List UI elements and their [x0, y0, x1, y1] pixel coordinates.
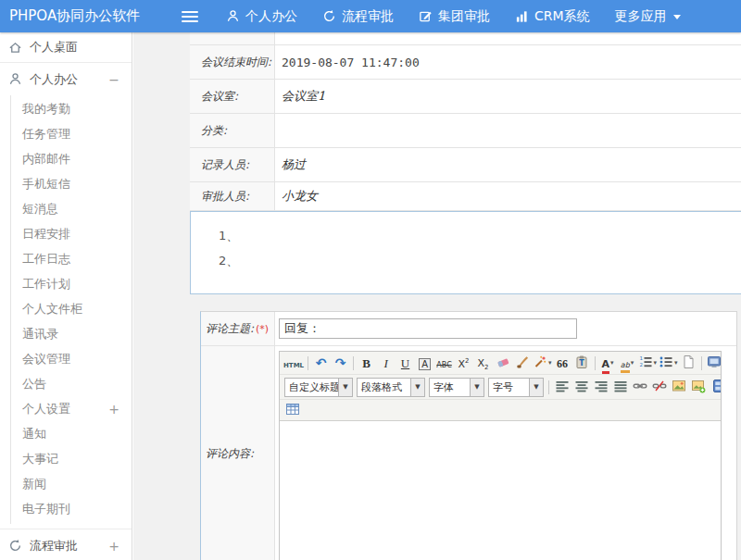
sidebar-item[interactable]: 任务管理 [11, 121, 132, 146]
underline-icon: U [401, 355, 409, 370]
sidebar-item[interactable]: 日程安排 [11, 221, 132, 246]
underline-button[interactable]: U [396, 354, 414, 372]
unlink-button[interactable] [650, 378, 668, 396]
sidebar-item[interactable]: 短消息 [11, 196, 132, 221]
sidebar: 个人桌面个人办公−我的考勤任务管理内部邮件手机短信短消息日程安排工作日志工作计划… [0, 32, 132, 560]
dropdown-arrow-icon: ▼ [410, 379, 424, 396]
sidebar-item-label: 短消息 [22, 201, 58, 218]
undo-button[interactable]: ↶ [312, 354, 330, 372]
paragraph-format-select[interactable]: 段落格式▼ [357, 378, 425, 397]
font-family-select[interactable]: 字体▼ [429, 378, 484, 397]
topbar-menu: 个人办公流程审批集团审批CRM系统更多应用 [226, 8, 682, 25]
toggle-expand-icon[interactable]: + [108, 540, 119, 553]
sidebar-item-workflow-approval[interactable]: 流程审批+ [0, 529, 132, 560]
sidebar-item-label: 内部邮件 [22, 151, 70, 168]
menu-item-crm-system[interactable]: CRM系统 [515, 8, 590, 25]
sidebar-item[interactable]: 手机短信 [11, 171, 132, 196]
align-right-button[interactable] [592, 378, 609, 396]
image-button[interactable] [670, 378, 687, 396]
select-value: 自定义标题 [285, 380, 338, 394]
chart-icon [515, 9, 529, 23]
bold-button[interactable]: B [358, 354, 375, 372]
font-color-button[interactable]: A▾ [599, 354, 617, 372]
sidebar-item[interactable]: 内部邮件 [11, 146, 132, 171]
sidebar-item-label: 流程审批 [30, 538, 78, 554]
highlight-icon: ab [621, 355, 630, 370]
sidebar-item[interactable]: 大事记 [11, 446, 132, 471]
sidebar-item[interactable]: 工作日志 [11, 246, 132, 271]
sidebar-item-label: 个人桌面 [30, 39, 78, 56]
sidebar-item[interactable]: 通知 [11, 421, 132, 446]
toolbar-separator [701, 356, 702, 370]
svg-text:T: T [579, 359, 584, 367]
paste-text-button[interactable]: T [573, 354, 591, 372]
sidebar-item[interactable]: 个人设置+ [11, 396, 132, 421]
menu-item-label: 个人办公 [245, 8, 297, 25]
sidebar-item-label: 电子期刊 [22, 501, 70, 517]
comment-content-row: 评论内容: HTML↶↷BIUAABCX2X2▾66TA▾ab▾12▾▾ 自定义… [201, 346, 736, 560]
unlink-icon [652, 379, 667, 396]
form-row-recorder: 记录人员:杨过 [190, 148, 741, 182]
svg-text:1: 1 [639, 355, 643, 361]
eraser-button[interactable] [494, 354, 511, 372]
link-button[interactable] [631, 378, 648, 396]
toggle-collapse-icon[interactable]: − [108, 73, 119, 86]
sidebar-item[interactable]: 通讯录 [11, 321, 132, 346]
sidebar-item-personal-office[interactable]: 个人办公− [0, 63, 132, 95]
sidebar-item-desktop[interactable]: 个人桌面 [0, 32, 132, 63]
fullscreen-button[interactable] [706, 354, 721, 372]
italic-icon: I [383, 355, 387, 370]
justify-button[interactable] [611, 378, 629, 396]
source-icon: HTML [283, 355, 304, 370]
sidebar-item[interactable]: 公告 [11, 371, 132, 396]
toggle-expand-icon[interactable]: + [108, 403, 119, 416]
blockquote-button[interactable]: 66 [554, 354, 571, 372]
superscript-button[interactable]: X2 [455, 354, 472, 372]
strikethrough-button[interactable]: ABC [435, 354, 453, 372]
editor-content-area[interactable] [280, 421, 721, 560]
align-left-icon [555, 379, 570, 396]
form-label [190, 32, 275, 44]
sidebar-item[interactable]: 电子期刊 [11, 496, 132, 521]
sidebar-item[interactable]: 新闻 [11, 471, 132, 496]
media-button[interactable] [709, 378, 721, 396]
flash-button[interactable] [689, 378, 707, 396]
menu-item-more-apps[interactable]: 更多应用 [615, 8, 682, 25]
redo-button[interactable]: ↷ [332, 354, 349, 372]
comment-content-cell: HTML↶↷BIUAABCX2X2▾66TA▾ab▾12▾▾ 自定义标题▼段落格… [275, 346, 736, 560]
subscript-button[interactable]: X2 [474, 354, 492, 372]
source-button[interactable]: HTML [283, 354, 304, 372]
italic-button[interactable]: I [377, 354, 395, 372]
menu-item-label: 流程审批 [342, 8, 394, 25]
ordered-list-button[interactable]: 12▾ [638, 354, 658, 372]
menu-item-personal-office[interactable]: 个人办公 [226, 8, 297, 25]
sidebar-item[interactable]: 我的考勤 [11, 96, 132, 121]
menu-item-workflow-approval[interactable]: 流程审批 [322, 8, 394, 25]
comment-subject-input[interactable] [279, 318, 577, 339]
new-page-button[interactable] [680, 354, 697, 372]
meeting-minutes-box: 1、2、 [190, 211, 741, 294]
table-button[interactable] [283, 401, 301, 419]
align-left-button[interactable] [553, 378, 571, 396]
unordered-list-button[interactable]: ▾ [659, 354, 678, 372]
remove-format-button[interactable]: A [416, 354, 433, 372]
sidebar-item[interactable]: 工作计划 [11, 271, 132, 296]
dropdown-arrow-icon: ▼ [529, 379, 543, 396]
menu-item-group-approval[interactable]: 集团审批 [419, 8, 490, 25]
heading-select[interactable]: 自定义标题▼ [284, 378, 353, 397]
format-brush-button[interactable] [513, 354, 531, 372]
sidebar-item[interactable]: 个人文件柜 [11, 296, 132, 321]
comment-subject-value-cell [275, 312, 736, 345]
font-size-select[interactable]: 字号▼ [488, 378, 544, 397]
align-center-button[interactable] [572, 378, 590, 396]
comment-subject-row: 评论主题: (*) [201, 312, 736, 346]
media-icon [710, 379, 722, 396]
fullscreen-icon [707, 355, 721, 372]
hamburger-menu-icon[interactable] [178, 10, 202, 23]
toolbar-separator [595, 356, 596, 370]
auto-format-button[interactable]: ▾ [533, 354, 552, 372]
highlight-button[interactable]: ab▾ [619, 354, 636, 372]
new-page-icon [681, 355, 696, 372]
sidebar-item[interactable]: 会议管理 [11, 346, 132, 371]
font-color-icon: A [602, 355, 610, 370]
